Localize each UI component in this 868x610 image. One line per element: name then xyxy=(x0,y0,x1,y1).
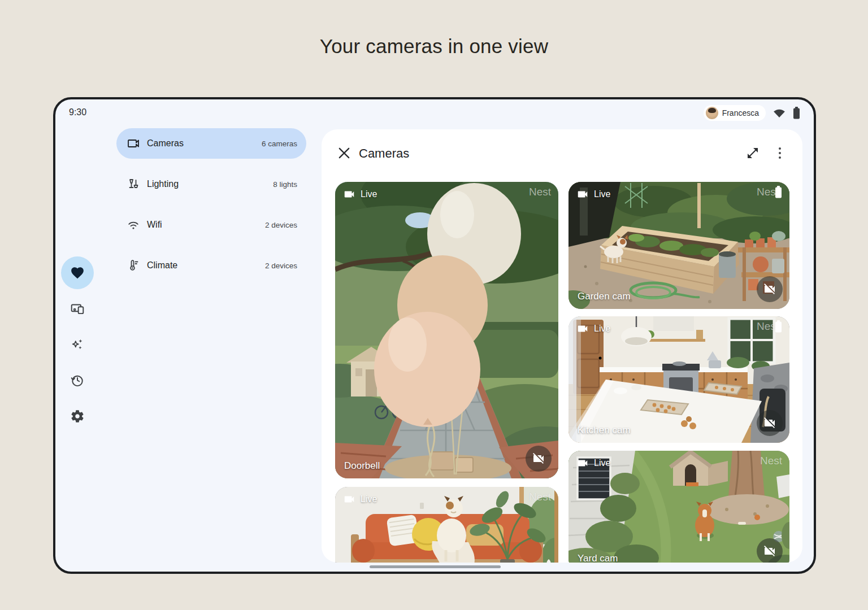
sidebar-item-lighting[interactable]: Lighting 8 lights xyxy=(116,169,306,199)
wifi-icon xyxy=(127,218,140,232)
sidebar-item-count: 2 devices xyxy=(265,262,297,270)
rail-favorites-button[interactable] xyxy=(61,256,94,289)
page-title: Your cameras in one view xyxy=(0,35,868,58)
nest-watermark: Nest xyxy=(760,455,782,467)
camera-name: Garden cam xyxy=(578,291,631,302)
account-name: Francesca xyxy=(722,108,759,117)
history-clock-icon xyxy=(70,373,85,387)
rail-activity-button[interactable] xyxy=(61,364,94,396)
live-badge: Live xyxy=(343,493,377,506)
nest-watermark: Nest xyxy=(529,491,551,503)
rail-automations-button[interactable] xyxy=(61,328,94,361)
videocam-off-icon xyxy=(763,416,776,430)
status-right-cluster: Francesca xyxy=(704,105,800,121)
gear-icon xyxy=(70,409,85,424)
live-badge: Live xyxy=(576,188,610,201)
videocam-icon xyxy=(343,493,355,506)
videocam-icon xyxy=(576,457,589,469)
camera-name: Kitchen cam xyxy=(578,425,631,436)
sidebar-item-label: Cameras xyxy=(147,138,262,149)
wifi-icon xyxy=(773,108,785,118)
camera-name: Yard cam xyxy=(578,553,618,563)
videocam-off-icon xyxy=(532,452,545,465)
live-badge: Live xyxy=(576,323,610,335)
nest-watermark: Nest xyxy=(529,186,551,198)
videocam-icon xyxy=(127,137,140,150)
tablet-screen: 9:30 Francesca xyxy=(53,97,816,574)
panel-title: Cameras xyxy=(359,146,409,161)
rail-settings-button[interactable] xyxy=(61,400,94,433)
cameras-panel: Cameras xyxy=(322,129,802,563)
doorbell-video-frame xyxy=(335,182,558,478)
sidebar-item-climate[interactable]: Climate 2 devices xyxy=(116,250,306,281)
sidebar-item-count: 2 devices xyxy=(265,221,297,229)
sidebar-item-wifi[interactable]: Wifi 2 devices xyxy=(116,210,306,240)
camera-tile-garden[interactable]: Live Nest Garden cam xyxy=(568,182,789,309)
sidebar-item-cameras[interactable]: Cameras 6 cameras xyxy=(116,128,306,159)
cameras-panel-header: Cameras xyxy=(322,129,802,177)
live-badge: Live xyxy=(343,188,377,201)
camera-tile-kitchen[interactable]: Live Nest Kitchen cam xyxy=(568,316,789,443)
camera-tile-living-room[interactable]: Live Nest xyxy=(335,487,558,563)
sparkle-icon xyxy=(70,337,85,352)
kebab-menu-icon[interactable] xyxy=(773,145,787,161)
close-icon[interactable] xyxy=(336,145,352,161)
rail-devices-button[interactable] xyxy=(61,293,94,325)
live-badge: Live xyxy=(576,457,610,469)
camera-off-button[interactable] xyxy=(526,446,552,472)
nest-watermark: Nest xyxy=(757,186,782,198)
videocam-icon xyxy=(343,188,355,201)
camera-battery-icon xyxy=(775,186,782,198)
sidebar-item-label: Wifi xyxy=(147,220,265,230)
battery-icon xyxy=(793,107,800,119)
camera-battery-icon xyxy=(775,320,782,333)
sidebar-item-count: 6 cameras xyxy=(262,140,297,148)
videocam-off-icon xyxy=(763,544,776,558)
camera-off-button[interactable] xyxy=(757,410,783,436)
lamps-icon xyxy=(127,177,140,191)
status-time: 9:30 xyxy=(69,107,86,117)
sidebar-item-count: 8 lights xyxy=(273,180,297,189)
devices-icon xyxy=(70,302,85,316)
camera-tile-yard[interactable]: Live Nest Yard cam xyxy=(568,451,789,563)
home-gesture-bar[interactable] xyxy=(370,565,501,568)
avatar xyxy=(706,107,718,119)
sidebar-item-label: Lighting xyxy=(147,179,273,189)
open-in-full-icon[interactable] xyxy=(746,146,760,160)
videocam-off-icon xyxy=(763,282,776,296)
videocam-icon xyxy=(576,188,589,201)
account-chip[interactable]: Francesca xyxy=(704,105,766,121)
thermostat-icon xyxy=(127,259,140,272)
camera-off-button[interactable] xyxy=(757,276,783,302)
sidebar-item-label: Climate xyxy=(147,260,265,271)
nest-watermark: Nest xyxy=(757,320,782,333)
camera-off-button[interactable] xyxy=(757,538,783,563)
heart-icon xyxy=(70,265,85,280)
videocam-icon xyxy=(576,323,589,335)
camera-name: Doorbell xyxy=(344,460,380,472)
camera-tile-doorbell[interactable]: Live Nest Doorbell xyxy=(335,182,558,478)
